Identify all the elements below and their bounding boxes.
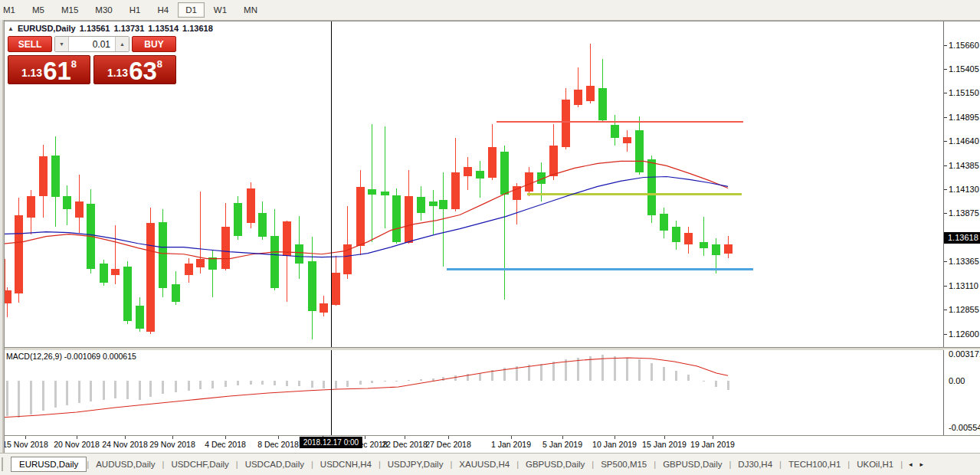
price-axis-label: 1.14640	[949, 136, 979, 146]
chart-tab-usdjpy-daily[interactable]: USDJPY,Daily	[381, 457, 451, 471]
macd-histogram-bar	[384, 381, 386, 382]
volume-input[interactable]	[69, 37, 115, 51]
date-axis-tick	[77, 436, 77, 439]
candle-body	[488, 147, 497, 178]
macd-histogram-bar	[528, 365, 530, 381]
macd-canvas[interactable]	[0, 349, 944, 435]
ohlc-low: 1.13514	[148, 24, 179, 33]
macd-histogram-bar	[237, 381, 239, 385]
date-axis-label: 10 Jan 2019	[592, 440, 637, 449]
date-axis-tick	[25, 436, 26, 439]
sell-button[interactable]: SELL	[8, 36, 52, 52]
buy-price-button[interactable]: 1.13 63 8	[93, 55, 176, 84]
macd-histogram-bar	[6, 381, 8, 416]
chart-tab-audusd-daily[interactable]: AUDUSD,Daily	[89, 457, 162, 471]
macd-histogram-bar	[715, 381, 717, 387]
date-axis-tick	[225, 436, 226, 439]
chart-tab-usdcad-daily[interactable]: USDCAD,Daily	[238, 457, 311, 471]
chart-tab-sp500-m15[interactable]: SP500,M15	[594, 457, 654, 471]
chart-tab-xauusd-h4[interactable]: XAUUSD,H4	[452, 457, 516, 471]
chart-tab-bar: EURUSD,Daily|AUDUSD,Daily|USDCHF,Daily|U…	[0, 453, 980, 475]
price-axis-tick	[944, 45, 947, 46]
macd-indicator-label: MACD(12,26,9) -0.001069 0.000615	[6, 352, 136, 361]
candle-body	[63, 196, 71, 209]
date-axis-label: 22 Dec 2018	[382, 440, 428, 449]
price-axis-tick	[944, 286, 947, 287]
pane-splitter[interactable]	[0, 347, 980, 350]
sell-price-button[interactable]: 1.13 61 8	[8, 55, 90, 84]
macd-histogram-bar	[126, 381, 129, 399]
macd-histogram-bar	[149, 381, 152, 397]
price-axis[interactable]: 1.156601.154051.151501.148951.146401.143…	[944, 21, 980, 347]
candle-body	[75, 201, 84, 218]
chart-tab-usdcnh-h4[interactable]: USDCNH,H4	[313, 457, 379, 471]
timeframe-button-d1[interactable]: D1	[178, 2, 205, 18]
timeframe-button-m15[interactable]: M15	[54, 2, 86, 18]
timeframe-button-mn[interactable]: MN	[236, 2, 265, 18]
date-axis-label: 15 Jan 2019	[642, 440, 687, 449]
sell-price-big: 61	[43, 60, 71, 82]
timeframe-button-h4[interactable]: H4	[149, 2, 176, 18]
macd-histogram-bar	[162, 381, 164, 394]
volume-up-button[interactable]: ▲	[115, 37, 129, 51]
macd-indicator-pane[interactable]	[0, 349, 944, 435]
chart-tab-eurusd-daily[interactable]: EURUSD,Daily	[11, 457, 87, 472]
collapse-panel-icon[interactable]: ▲	[8, 25, 14, 32]
macd-histogram-bar	[175, 381, 177, 392]
macd-histogram-bar	[114, 381, 116, 398]
volume-down-button[interactable]: ▼	[55, 37, 69, 51]
macd-histogram-bar	[18, 381, 20, 418]
date-axis-tick	[615, 436, 615, 439]
ohlc-close: 1.13618	[182, 24, 213, 33]
price-axis-label: 1.12855	[949, 305, 979, 314]
buy-button[interactable]: BUY	[132, 36, 176, 52]
candle-body	[586, 86, 595, 101]
candle-body	[647, 159, 656, 215]
timeframe-button-m1[interactable]: M1	[0, 2, 23, 18]
date-axis-tick	[713, 436, 713, 439]
volume-stepper: ▼ ▲	[54, 36, 129, 52]
price-axis-label: 1.15405	[949, 64, 979, 74]
candle-body	[724, 244, 733, 254]
chart-tab-tech100-h1[interactable]: TECH100,H1	[782, 457, 847, 471]
timeframe-button-m5[interactable]: M5	[25, 2, 52, 18]
price-axis-label: 1.13875	[949, 208, 979, 218]
date-axis-label: 24 Nov 2018	[102, 440, 148, 449]
macd-histogram-bar	[250, 381, 252, 385]
timeframe-button-m30[interactable]: M30	[87, 2, 120, 18]
macd-histogram-bar	[565, 359, 567, 381]
macd-histogram-bar	[298, 381, 300, 386]
macd-histogram-bar	[42, 381, 44, 411]
tab-scroll-right-icon[interactable]: ▸	[920, 460, 924, 468]
chart-tab-usdchf-daily[interactable]: USDCHF,Daily	[164, 457, 235, 471]
candle-body	[123, 267, 132, 321]
candle-body	[234, 203, 242, 236]
macd-histogram-bar	[663, 367, 665, 381]
candle-body	[537, 172, 546, 184]
price-axis-tick	[944, 334, 947, 335]
chart-tab-gbpusd-daily[interactable]: GBPUSD,Daily	[519, 457, 592, 471]
timeframe-button-h1[interactable]: H1	[122, 2, 149, 18]
candle-body	[221, 227, 230, 269]
buy-price-sup: 8	[157, 58, 162, 70]
chart-tab-dj30-h4[interactable]: DJ30,H4	[731, 457, 779, 471]
macd-histogram-bar	[30, 381, 32, 414]
candle-body	[146, 223, 155, 332]
chart-symbol-label: EURUSD,Daily	[18, 24, 76, 33]
candle-body	[270, 236, 279, 288]
date-axis[interactable]: 15 Nov 201820 Nov 201824 Nov 201829 Nov …	[0, 436, 980, 453]
candle-body	[684, 233, 693, 244]
candle-body	[381, 192, 389, 195]
timeframe-button-w1[interactable]: W1	[206, 2, 234, 18]
date-axis-label: 15 Nov 2018	[2, 440, 48, 449]
macd-histogram-bar	[54, 381, 57, 408]
price-axis-tick	[944, 93, 947, 93]
macd-axis: 0.0031710.00-0.005543	[944, 349, 980, 435]
tab-scroll-left-icon[interactable]: ◂	[909, 460, 913, 468]
macd-histogram-bar	[626, 358, 628, 381]
date-axis-label: 27 Dec 2018	[425, 440, 471, 449]
candle-body	[574, 90, 582, 105]
macd-histogram-bar	[703, 381, 705, 382]
chart-tab-ukoil-h1[interactable]: UKOil,H1	[850, 457, 900, 471]
chart-tab-gbpusd-daily[interactable]: GBPUSD,Daily	[656, 457, 729, 471]
